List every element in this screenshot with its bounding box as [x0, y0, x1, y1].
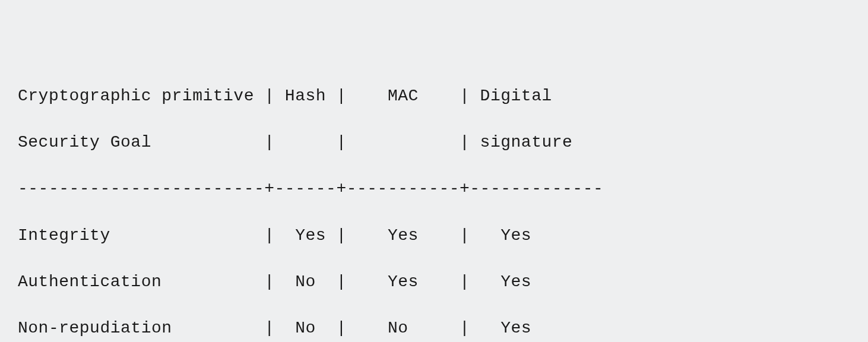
table-row: Cryptographic primitive | Hash | MAC | D… [18, 84, 850, 107]
table-row: Integrity | Yes | Yes | Yes [18, 224, 850, 247]
table-divider: ------------------------+------+--------… [18, 177, 850, 200]
table-row: Authentication | No | Yes | Yes [18, 270, 850, 293]
table-row: Security Goal | | | signature [18, 131, 850, 154]
table-row: Non-repudiation | No | No | Yes [18, 316, 850, 340]
